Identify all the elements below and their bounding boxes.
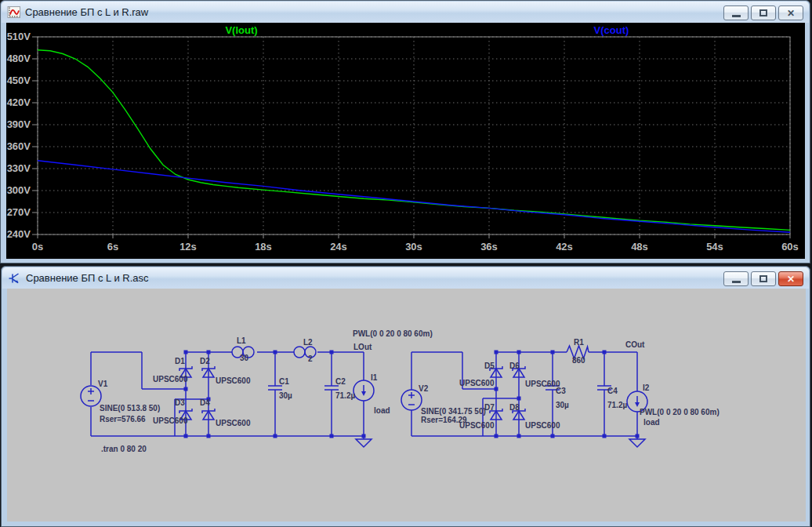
restore-icon: [759, 275, 767, 282]
v1-name[interactable]: V1: [98, 380, 108, 388]
minimize-icon: [732, 281, 741, 283]
d4-name[interactable]: D4: [200, 398, 210, 407]
c2-value[interactable]: 71.2µ: [335, 391, 355, 400]
r1-value[interactable]: 860: [572, 356, 585, 365]
axis-ticks: [32, 37, 790, 238]
x-tick-label: 18s: [255, 241, 272, 253]
l1-name[interactable]: L1: [237, 336, 246, 345]
d7-model[interactable]: UPSC600: [459, 421, 495, 430]
waveform-chart-icon: [7, 6, 20, 19]
ground-symbols[interactable]: [356, 439, 645, 447]
schematic-labels: V1 SINE(0 513.8 50) Rser=576.66 D1 UPSC6…: [98, 329, 720, 453]
waveform-window-titlebar[interactable]: Сравнение БП с L и R.raw ✕: [2, 2, 809, 23]
restore-button[interactable]: [751, 271, 776, 286]
schematic-drawing[interactable]: [81, 346, 647, 447]
c3-value[interactable]: 30µ: [556, 401, 569, 409]
x-tick-label: 6s: [107, 241, 118, 253]
y-tick-label: 240V: [7, 228, 31, 240]
i1-pwl-value[interactable]: PWL(0 0 20 0 80 60m): [353, 329, 433, 338]
tick-labels: 0s6s12s18s24s30s36s42s48s54s60s510V480V4…: [7, 31, 799, 253]
schematic-window-titlebar[interactable]: Сравнение БП с L и R.asc ✕: [2, 267, 809, 289]
l2-name[interactable]: L2: [303, 338, 313, 347]
v2-value[interactable]: SINE(0 341.75 50): [421, 407, 486, 416]
d8-name[interactable]: D8: [509, 403, 520, 412]
r1-name[interactable]: R1: [574, 338, 584, 347]
c1-name[interactable]: C1: [279, 377, 289, 386]
v1-rser[interactable]: Rser=576.66: [100, 415, 146, 423]
d2-name[interactable]: D2: [200, 357, 210, 365]
waveform-plot-pane[interactable]: 0s6s12s18s24s30s36s42s48s54s60s510V480V4…: [6, 23, 805, 259]
d4-model[interactable]: UPSC600: [216, 419, 251, 427]
waveform-plot: 0s6s12s18s24s30s36s42s48s54s60s510V480V4…: [6, 23, 805, 259]
minimize-icon: [732, 15, 741, 17]
x-tick-label: 24s: [330, 241, 347, 253]
schematic-editor-window: Сравнение БП с L и R.asc ✕ V1 SINE(0 513…: [1, 266, 810, 527]
d5-model[interactable]: UPSC600: [459, 379, 495, 387]
close-button[interactable]: ✕: [778, 5, 803, 20]
d5-name[interactable]: D5: [484, 362, 495, 370]
restore-icon: [759, 9, 767, 16]
c4-name[interactable]: C4: [607, 387, 618, 395]
x-tick-label: 42s: [556, 241, 573, 253]
y-tick-label: 420V: [7, 96, 31, 108]
minimize-button[interactable]: [723, 271, 749, 286]
x-tick-label: 48s: [631, 241, 648, 253]
d7-name[interactable]: D7: [484, 403, 495, 412]
i2-load-label[interactable]: load: [643, 418, 660, 427]
c1-value[interactable]: 30µ: [279, 391, 292, 400]
waveform-window-title: Сравнение БП с L и R.raw: [25, 6, 148, 18]
waveform-viewer-window: Сравнение БП с L и R.raw ✕ 0s6s12s18s24s…: [0, 0, 810, 264]
v2-name[interactable]: V2: [419, 384, 429, 393]
x-tick-label: 30s: [405, 241, 422, 253]
i1-load-label[interactable]: load: [374, 406, 390, 415]
restore-button[interactable]: [751, 5, 776, 20]
d3-model[interactable]: UPSC600: [153, 416, 188, 425]
d1-model[interactable]: UPSC600: [153, 375, 188, 383]
schematic-icon: [8, 272, 21, 285]
legend-vlout[interactable]: V(lout): [225, 24, 257, 36]
x-tick-label: 60s: [781, 241, 799, 253]
tran-directive[interactable]: .tran 0 80 20: [101, 445, 147, 453]
d1-name[interactable]: D1: [175, 357, 185, 365]
d2-model[interactable]: UPSC600: [216, 376, 251, 385]
y-tick-label: 480V: [7, 53, 31, 64]
y-tick-label: 360V: [7, 140, 31, 152]
x-tick-label: 36s: [480, 241, 498, 253]
y-tick-label: 390V: [7, 118, 31, 130]
schematic-canvas[interactable]: V1 SINE(0 513.8 50) Rser=576.66 D1 UPSC6…: [7, 289, 806, 522]
node-label-lout[interactable]: LOut: [353, 343, 372, 351]
schematic-window-title: Сравнение БП с L и R.asc: [26, 272, 149, 284]
c2-name[interactable]: C2: [335, 377, 346, 386]
close-icon: ✕: [787, 274, 795, 284]
i1-name[interactable]: I1: [371, 373, 378, 382]
x-tick-label: 54s: [706, 241, 723, 253]
node-label-cout[interactable]: COut: [625, 340, 645, 349]
i2-name[interactable]: I2: [643, 383, 650, 392]
x-tick-label: 12s: [179, 241, 197, 253]
d3-name[interactable]: D3: [175, 398, 185, 407]
d6-name[interactable]: D6: [509, 362, 520, 370]
y-tick-label: 330V: [7, 162, 31, 174]
y-tick-label: 450V: [7, 75, 31, 86]
close-icon: ✕: [787, 9, 795, 18]
v1-value[interactable]: SINE(0 513.8 50): [100, 404, 160, 413]
y-tick-label: 510V: [7, 31, 31, 42]
c4-value[interactable]: 71.2µ: [607, 401, 627, 409]
y-tick-label: 300V: [7, 184, 31, 196]
plot-grid: [38, 37, 790, 234]
legend-vcout[interactable]: V(cout): [594, 24, 629, 36]
l1-value[interactable]: 30: [240, 354, 249, 362]
current-source-symbols[interactable]: [353, 380, 647, 412]
close-button-active[interactable]: ✕: [778, 271, 803, 286]
x-tick-label: 0s: [32, 241, 43, 253]
desktop: { "windows": { "plot": { "title": "Сравн…: [0, 0, 812, 527]
d8-model[interactable]: UPSC600: [525, 421, 560, 430]
c3-name[interactable]: C3: [556, 387, 566, 395]
l2-value[interactable]: 2: [308, 354, 313, 363]
i2-pwl-value[interactable]: PWL(0 0 20 0 80 60m): [640, 408, 720, 416]
y-tick-label: 270V: [7, 206, 31, 218]
minimize-button[interactable]: [723, 5, 749, 20]
